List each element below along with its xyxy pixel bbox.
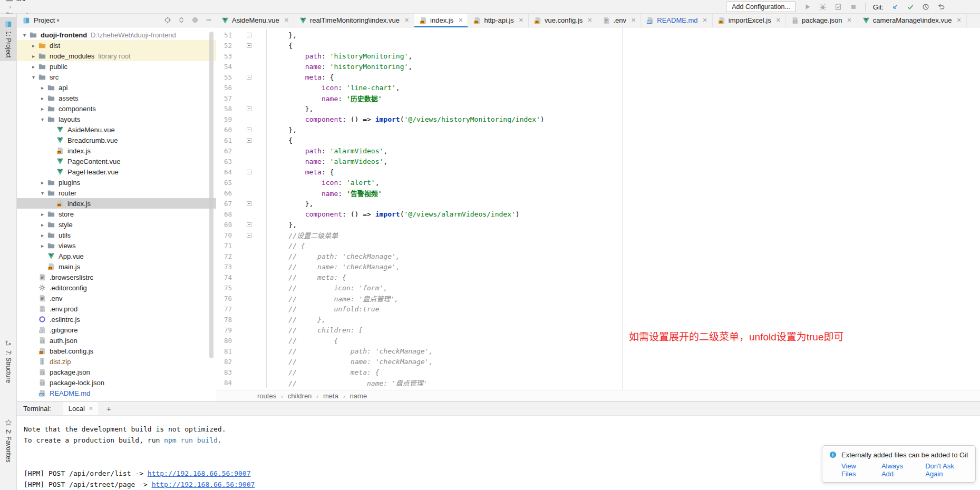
minus-icon[interactable] <box>205 16 213 24</box>
fold-marker-icon[interactable] <box>247 43 251 48</box>
editor-tab-importExcel.js[interactable]: JSimportExcel.js✕ <box>713 14 786 27</box>
tree-collapsed-icon[interactable]: ▸ <box>38 95 47 101</box>
tree-collapsed-icon[interactable]: ▸ <box>38 106 47 112</box>
new-terminal-button[interactable]: + <box>106 404 111 413</box>
tree-row-App.vue[interactable]: App.vue <box>17 251 216 261</box>
fold-marker-icon[interactable] <box>247 75 251 80</box>
tree-row-src[interactable]: ▾src <box>17 72 216 82</box>
close-icon[interactable]: ✕ <box>284 17 289 24</box>
run-icon[interactable] <box>803 3 812 11</box>
tree-row-api[interactable]: ▸api <box>17 82 216 93</box>
close-icon[interactable]: ✕ <box>587 17 592 24</box>
tree-row-PageContent.vue[interactable]: PageContent.vue <box>17 156 216 166</box>
fold-marker-icon[interactable] <box>247 201 251 206</box>
close-icon[interactable]: ✕ <box>847 17 852 24</box>
tree-collapsed-icon[interactable]: ▸ <box>29 43 38 48</box>
editor-tab-.env[interactable]: .env✕ <box>597 14 641 27</box>
toolwindow-tab-favorites[interactable]: 2: Favorites <box>0 418 17 463</box>
tree-row-plugins[interactable]: ▸plugins <box>17 177 216 188</box>
gear-icon[interactable] <box>191 16 199 24</box>
editor-tab-index.js[interactable]: JSindex.js✕ <box>414 14 468 27</box>
tree-row-public[interactable]: ▸public <box>17 61 216 72</box>
tree-collapsed-icon[interactable]: ▸ <box>38 232 47 238</box>
editor-tab-realTimeMonitoringindex.vue[interactable]: realTimeMonitoring\index.vue✕ <box>294 14 414 27</box>
tree-row-PageHeader.vue[interactable]: PageHeader.vue <box>17 166 216 177</box>
tree-row-auth.json[interactable]: {}auth.json <box>17 335 216 346</box>
fold-marker-icon[interactable] <box>247 33 251 37</box>
tree-expanded-icon[interactable]: ▾ <box>29 74 38 80</box>
git-update-icon[interactable] <box>891 3 899 11</box>
fold-marker-icon[interactable] <box>247 222 251 227</box>
editor-tab-README.md[interactable]: MDREADME.md✕ <box>641 14 713 27</box>
target-icon[interactable] <box>163 16 172 24</box>
tree-row-dist.zip[interactable]: dist.zip <box>17 356 216 367</box>
tree-row-components[interactable]: ▸components <box>17 103 216 114</box>
tree-row-package-lock.json[interactable]: {}package-lock.json <box>17 377 216 388</box>
git-commit-icon[interactable] <box>906 3 915 11</box>
editor-breadcrumb-item[interactable]: routes <box>257 392 276 400</box>
tree-row-main.js[interactable]: JSmain.js <box>17 261 216 272</box>
tree-collapsed-icon[interactable]: ▸ <box>29 64 38 70</box>
tree-collapsed-icon[interactable]: ▸ <box>38 211 47 217</box>
editor-breadcrumb-item[interactable]: name <box>350 392 367 400</box>
tree-row-views[interactable]: ▸views <box>17 240 216 251</box>
code-editor[interactable]: 51 },52 {53 path: 'historyMonitoring',54… <box>216 27 980 390</box>
tree-row-router[interactable]: ▾router <box>17 188 216 198</box>
editor-tab-package.json[interactable]: {}package.json✕ <box>786 14 857 27</box>
tree-row-README.md[interactable]: MDREADME.md <box>17 388 216 398</box>
fold-marker-icon[interactable] <box>247 128 251 132</box>
tree-row-index.js[interactable]: JSindex.js <box>17 198 216 209</box>
toolwindow-tab-structure[interactable]: 7: Structure <box>0 339 17 383</box>
breadcrumb-item[interactable]: src <box>5 0 63 3</box>
fold-marker-icon[interactable] <box>247 233 251 238</box>
tree-collapsed-icon[interactable]: ▸ <box>38 85 47 91</box>
tree-row-dist[interactable]: ▸dist <box>17 40 216 51</box>
editor-tab-cameraManageindex.vue[interactable]: cameraManage\index.vue✕ <box>857 14 967 27</box>
tree-row-.env[interactable]: .env <box>17 293 216 303</box>
close-icon[interactable]: ✕ <box>404 17 409 24</box>
project-tree[interactable]: ▾duoji-frontendD:\zheheWeb\duoji-fronten… <box>17 27 216 401</box>
close-icon[interactable]: ✕ <box>631 17 636 24</box>
tree-row-.eslintrc.js[interactable]: .eslintrc.js <box>17 314 216 325</box>
add-configuration-button[interactable]: Add Configuration... <box>726 2 796 12</box>
close-icon[interactable]: ✕ <box>956 17 961 24</box>
notification-action-always-add[interactable]: Always Add <box>881 462 914 478</box>
project-panel-title[interactable]: Project <box>34 16 55 24</box>
debug-icon[interactable] <box>819 3 827 11</box>
tree-collapsed-icon[interactable]: ▸ <box>29 53 38 59</box>
tree-expanded-icon[interactable]: ▾ <box>38 190 47 196</box>
close-icon[interactable]: ✕ <box>89 405 93 412</box>
chevron-down-icon[interactable]: ▾ <box>56 17 59 23</box>
tree-row-index.js[interactable]: JSindex.js <box>17 145 216 156</box>
tree-expanded-icon[interactable]: ▾ <box>20 32 29 38</box>
project-tree-scrollbar[interactable] <box>209 32 214 358</box>
close-icon[interactable]: ✕ <box>519 17 523 24</box>
tree-row-.editorconfig[interactable]: .editorconfig <box>17 282 216 293</box>
editor-tab-AsideMenu.vue[interactable]: AsideMenu.vue✕ <box>216 14 294 27</box>
editor-breadcrumb-item[interactable]: children <box>288 392 312 400</box>
tree-expanded-icon[interactable]: ▾ <box>38 116 47 122</box>
tree-collapsed-icon[interactable]: ▸ <box>38 180 47 185</box>
tree-row-.env.prod[interactable]: .env.prod <box>17 303 216 314</box>
coverage-icon[interactable] <box>834 3 842 11</box>
editor-breadcrumb-item[interactable]: meta <box>323 392 338 400</box>
toolwindow-tab-project[interactable]: 1: Project <box>0 17 17 61</box>
stop-icon[interactable] <box>849 3 858 11</box>
fold-marker-icon[interactable] <box>247 138 251 143</box>
tree-row-layouts[interactable]: ▾layouts <box>17 114 216 124</box>
tree-row-.gitignore[interactable]: .gitignore <box>17 325 216 335</box>
fold-marker-icon[interactable] <box>247 106 251 111</box>
terminal-tab-local[interactable]: Local ✕ <box>63 402 99 415</box>
editor-tab-http-api.js[interactable]: JShttp-api.js✕ <box>468 14 529 27</box>
close-icon[interactable]: ✕ <box>458 17 463 24</box>
tree-row-store[interactable]: ▸store <box>17 209 216 219</box>
history-icon[interactable] <box>921 3 930 11</box>
tree-row-nodemodules[interactable]: ▸node_moduleslibrary root <box>17 51 216 61</box>
editor-tab-vue.config.js[interactable]: JSvue.config.js✕ <box>529 14 597 27</box>
tree-row-.browserslistrc[interactable]: .browserslistrc <box>17 272 216 282</box>
tree-collapsed-icon[interactable]: ▸ <box>38 222 47 228</box>
tree-row-utils[interactable]: ▸utils <box>17 230 216 240</box>
tree-row-package.json[interactable]: {}package.json <box>17 367 216 377</box>
rollback-icon[interactable] <box>937 3 945 11</box>
terminal-link[interactable]: http://192.168.66.56:9007 <box>148 469 251 477</box>
